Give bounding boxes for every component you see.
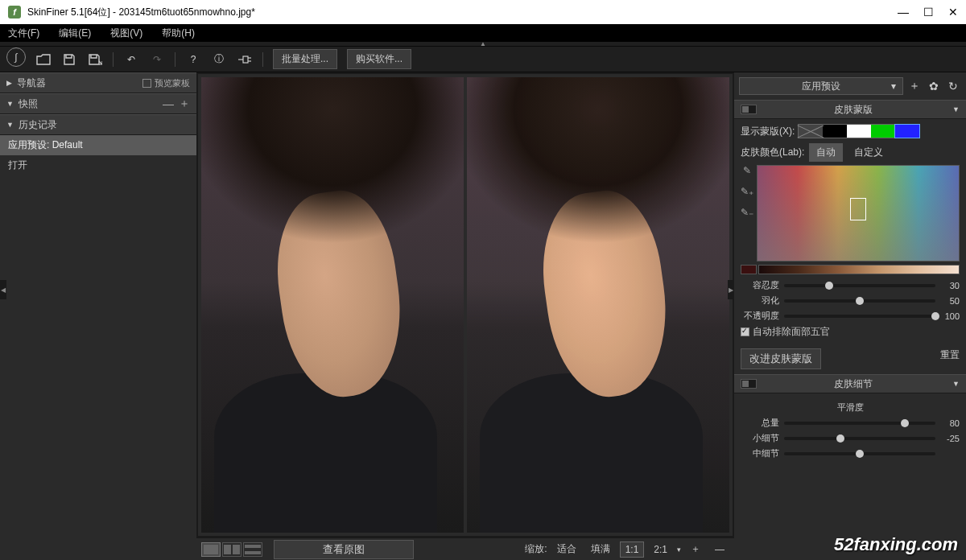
menu-help[interactable]: 帮助(H) <box>162 27 195 40</box>
view-split-h-button[interactable] <box>222 542 242 557</box>
skin-mask-toggle[interactable] <box>741 105 757 114</box>
tolerance-slider[interactable] <box>784 284 935 287</box>
zoom-2-1-button[interactable]: 2:1 <box>649 542 672 557</box>
preview-mask-checkbox[interactable]: 预览蒙板 <box>142 77 190 89</box>
color-picker[interactable] <box>757 165 960 261</box>
menubar: 文件(F) 编辑(E) 视图(V) 帮助(H) <box>0 24 966 42</box>
window-title: SkinFiner 5.1[64位] - 203145tm6tuot65nmow… <box>27 6 255 19</box>
menu-edit[interactable]: 编辑(E) <box>59 27 91 40</box>
zoom-1-1-button[interactable]: 1:1 <box>620 541 645 558</box>
eyedropper-icon[interactable]: ✎ <box>743 165 751 176</box>
leaf-icon: ∫ <box>6 47 26 67</box>
show-mask-label: 显示蒙版(X): <box>741 125 795 138</box>
info-icon[interactable]: ⓘ <box>211 51 227 68</box>
left-collapse-handle[interactable]: ◀ <box>0 280 6 299</box>
save-icon[interactable] <box>61 51 77 68</box>
history-header[interactable]: ▼历史记录 <box>0 114 196 135</box>
help-icon[interactable]: ? <box>185 51 201 68</box>
zoom-in-icon[interactable]: ＋ <box>686 541 705 558</box>
improve-mask-button[interactable]: 改进皮肤蒙版 <box>741 348 821 369</box>
right-panel: 应用预设 ＋ ✿ ↻ 皮肤蒙版▼ 显示蒙版(X): <box>734 72 966 560</box>
viewer-bottom-bar: 查看原图 缩放: 适合 填满 1:1 2:1 ▾ ＋ — <box>196 537 734 560</box>
maximize-button[interactable]: ☐ <box>923 6 934 19</box>
mask-swatches <box>798 124 920 138</box>
app-logo-icon: f <box>8 6 21 19</box>
history-item[interactable]: 打开 <box>0 155 196 175</box>
redo-icon[interactable]: ↷ <box>149 51 165 68</box>
history-item[interactable]: 应用预设: Default <box>0 135 196 155</box>
zoom-out-icon[interactable]: — <box>710 542 729 557</box>
opacity-slider[interactable] <box>784 315 935 318</box>
toolbar: ∫ ↶ ↷ ? ⓘ 批量处理... 购买软件... <box>0 47 966 72</box>
skin-mask-header[interactable]: 皮肤蒙版▼ <box>734 100 966 119</box>
preset-reset-icon[interactable]: ↻ <box>945 78 961 94</box>
mask-blue-swatch[interactable] <box>895 125 919 138</box>
image-viewer: 查看原图 缩放: 适合 填满 1:1 2:1 ▾ ＋ — <box>196 72 734 560</box>
smoothness-label: 平滑度 <box>741 398 960 417</box>
eyedropper-sub-icon[interactable]: ✎₋ <box>741 207 753 218</box>
buy-button[interactable]: 购买软件... <box>347 49 411 69</box>
view-original-button[interactable]: 查看原图 <box>274 540 414 559</box>
undo-icon[interactable]: ↶ <box>123 51 139 68</box>
minimize-button[interactable]: — <box>898 6 909 19</box>
preset-settings-icon[interactable]: ✿ <box>926 78 942 94</box>
mask-green-swatch[interactable] <box>871 125 895 138</box>
snapshot-minus-icon[interactable]: — <box>163 97 174 110</box>
image-before[interactable] <box>201 77 464 533</box>
skin-detail-toggle[interactable] <box>741 379 757 389</box>
snapshot-plus-icon[interactable]: ＋ <box>179 97 190 111</box>
view-single-button[interactable] <box>201 542 221 557</box>
zoom-fill-button[interactable]: 填满 <box>586 541 615 558</box>
luminosity-strip[interactable] <box>758 265 960 274</box>
feather-slider[interactable] <box>784 299 935 303</box>
skin-color-label: 皮肤颜色(Lab): <box>741 146 804 159</box>
save-as-icon[interactable] <box>87 51 103 68</box>
color-picker-marker[interactable] <box>850 198 866 220</box>
image-after[interactable] <box>467 77 729 533</box>
auto-tab[interactable]: 自动 <box>809 143 843 162</box>
mask-white-swatch[interactable] <box>847 125 871 138</box>
medium-detail-slider[interactable] <box>784 452 935 455</box>
left-panel: ▶导航器 预览蒙板 ▼快照 —＋ ▼历史记录 应用预设: Default 打开 <box>0 72 196 560</box>
close-button[interactable]: ✕ <box>948 6 958 19</box>
exclude-features-checkbox[interactable]: 自动排除面部五官 <box>741 325 960 339</box>
view-split-v-button[interactable] <box>243 542 262 557</box>
zoom-label: 缩放: <box>525 542 547 556</box>
zoom-dropdown-icon[interactable]: ▾ <box>677 546 681 554</box>
small-detail-slider[interactable] <box>784 437 935 440</box>
menu-file[interactable]: 文件(F) <box>8 27 39 40</box>
batch-button[interactable]: 批量处理... <box>273 49 337 69</box>
titlebar: f SkinFiner 5.1[64位] - 203145tm6tuot65nm… <box>0 0 966 24</box>
custom-tab[interactable]: 自定义 <box>848 144 890 161</box>
reset-mask-button[interactable]: 重置 <box>940 348 960 369</box>
zoom-fit-button[interactable]: 适合 <box>552 541 581 558</box>
eyedropper-add-icon[interactable]: ✎₊ <box>741 186 753 197</box>
open-icon[interactable] <box>35 51 52 68</box>
preset-add-icon[interactable]: ＋ <box>906 78 923 94</box>
base-color-swatch[interactable] <box>741 265 757 274</box>
svg-rect-0 <box>243 56 248 63</box>
right-collapse-handle[interactable]: ▶ <box>728 280 734 299</box>
amount-slider[interactable] <box>784 422 935 425</box>
mask-black-swatch[interactable] <box>823 125 847 138</box>
history-list: 应用预设: Default 打开 <box>0 135 196 560</box>
plug-icon[interactable] <box>237 51 253 68</box>
menu-view[interactable]: 视图(V) <box>110 27 142 40</box>
apply-preset-dropdown[interactable]: 应用预设 <box>739 77 903 95</box>
navigator-header[interactable]: ▶导航器 预览蒙板 <box>0 72 196 93</box>
mask-none-swatch[interactable] <box>799 125 823 138</box>
snapshot-header[interactable]: ▼快照 —＋ <box>0 93 196 114</box>
skin-detail-header[interactable]: 皮肤细节▼ <box>734 374 966 393</box>
